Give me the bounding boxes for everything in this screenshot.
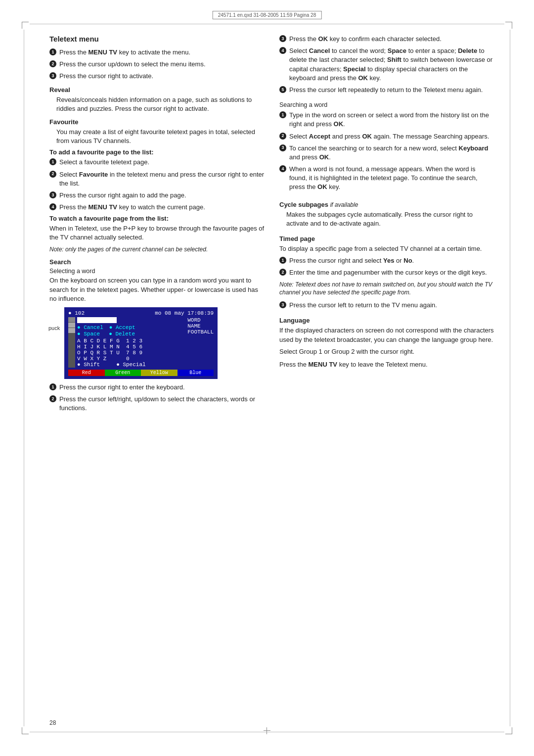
add-fav-text-1: Select a favourite teletext page.: [59, 158, 265, 167]
tele-cancel: ● Cancel: [77, 325, 103, 331]
tele-header-row: ● 102 mo 08 may 17:08:39: [68, 310, 214, 316]
tele-btn-blue: Blue: [178, 370, 214, 376]
add-fav-num-1: 1: [49, 158, 56, 165]
num-2: 2: [49, 60, 56, 67]
intro-text-1: Press the MENU TV key to activate the me…: [59, 48, 265, 57]
sw-text-2: Select Accept and press OK again. The me…: [289, 132, 494, 141]
tele-page-num: ● 102: [68, 310, 85, 316]
tele-keyboard: A B C D E F G 1 2 3 H I J K L M N 4 5 6 …: [77, 338, 184, 368]
search-cont-text-3: Press the OK key to confirm each charact…: [289, 35, 494, 44]
add-fav-text-2: Select Favourite in the teletext menu an…: [59, 170, 265, 188]
sw-text-3: To cancel the searching or to search for…: [289, 144, 494, 162]
watch-fav-heading: To watch a favourite page from the list:: [49, 215, 265, 222]
sw-3: 3 To cancel the searching or to search f…: [279, 144, 494, 162]
timed-page-title: Timed page: [279, 235, 494, 242]
sw-num-3: 3: [279, 144, 286, 151]
search-title: Search: [49, 258, 265, 266]
search-cont-num-4: 4: [279, 47, 286, 54]
tp-text-3: Press the cursor left to return to the T…: [289, 301, 494, 310]
tele-accept: ● Accept: [109, 325, 135, 331]
search-cont-num-5: 5: [279, 86, 286, 93]
intro-item-1: 1 Press the MENU TV key to activate the …: [49, 48, 265, 57]
add-fav-text-4: Press the MENU TV key to watch the curre…: [59, 203, 265, 212]
search-cont-4: 4 Select Cancel to cancel the word; Spac…: [279, 47, 494, 83]
tele-word-1: WORD: [187, 317, 214, 323]
cycle-suffix: if available: [330, 201, 358, 208]
watch-fav-body: When in Teletext, use the P+P key to bro…: [49, 224, 265, 242]
search-cont-3: 3 Press the OK key to confirm each chara…: [279, 35, 494, 44]
add-fav-4: 4 Press the MENU TV key to watch the cur…: [49, 203, 265, 212]
add-fav-text-3: Press the cursor right again to add the …: [59, 191, 265, 200]
search-body: On the keyboard on screen you can type i…: [49, 276, 265, 303]
search-after-text-1: Press the cursor right to enter the keyb…: [59, 383, 265, 392]
crop-mark-bottom-left: [22, 727, 29, 734]
right-rule: [510, 30, 510, 726]
crop-mark-top-left: [22, 22, 29, 29]
sw-num-4: 4: [279, 165, 286, 172]
teletext-screen: ● 102 mo 08 may 17:08:39: [64, 307, 218, 379]
add-fav-num-2: 2: [49, 171, 56, 178]
search-after-num-1: 1: [49, 383, 56, 390]
selecting-word-label: Selecting a word: [49, 268, 265, 275]
puck-label: puck: [48, 325, 60, 331]
teletext-screen-container: puck ● 102 mo 08 may 17:08:39: [64, 307, 265, 379]
reveal-title: Reveal: [49, 86, 265, 94]
tele-word-2: NAME: [187, 323, 214, 329]
tele-buttons-row: ● Cancel ● Accept: [77, 325, 184, 331]
tele-kbd-row-5: ● Shift ● Special: [77, 362, 184, 368]
search-cont-text-5: Press the cursor left repeatedly to retu…: [289, 86, 494, 94]
tp-3: 3 Press the cursor left to return to the…: [279, 301, 494, 310]
tp-text-1: Press the cursor right and select Yes or…: [289, 256, 494, 265]
language-body2: Select Group 1 or Group 2 with the curso…: [279, 347, 494, 356]
cycle-body: Makes the subpages cycle automatically. …: [279, 210, 494, 228]
tp-num-2: 2: [279, 269, 286, 276]
search-after-1: 1 Press the cursor right to enter the ke…: [49, 383, 265, 392]
add-fav-2: 2 Select Favourite in the teletext menu …: [49, 170, 265, 188]
tele-space-row: ● Space ● Delete: [77, 331, 184, 337]
add-fav-1: 1 Select a favourite teletext page.: [49, 158, 265, 167]
crop-mark-top-right: [505, 22, 512, 29]
search-cont-num-3: 3: [279, 35, 286, 42]
tp-1: 1 Press the cursor right and select Yes …: [279, 256, 494, 265]
tp-2: 2 Enter the time and pagenumber with the…: [279, 268, 494, 277]
top-rule: [30, 24, 504, 24]
num-3: 3: [49, 72, 56, 79]
sw-4: 4 When a word is not found, a message ap…: [279, 165, 494, 192]
intro-item-3: 3 Press the cursor right to activate.: [49, 72, 265, 81]
language-body3: Press the MENU TV key to leave the Telet…: [279, 360, 494, 369]
watch-fav-note: Note: only the pages of the current chan…: [49, 245, 265, 254]
tp-num-1: 1: [279, 257, 286, 264]
tele-btn-yellow: Yellow: [141, 370, 178, 376]
tp-text-2: Enter the time and pagenumber with the c…: [289, 268, 494, 277]
tele-word-3: FOOTBALL: [187, 329, 214, 335]
sw-num-1: 1: [279, 111, 286, 118]
add-fav-num-4: 4: [49, 203, 56, 210]
search-cont-5: 5 Press the cursor left repeatedly to re…: [279, 86, 494, 94]
tele-space: ● Space: [77, 331, 100, 337]
searching-word-heading: Searching a word: [279, 101, 494, 108]
sw-num-2: 2: [279, 133, 286, 140]
reveal-body: Reveals/conceals hidden information on a…: [56, 95, 265, 113]
tele-kbd-row-1: A B C D E F G 1 2 3: [77, 338, 184, 344]
sw-1: 1 Type in the word on screen or select a…: [279, 111, 494, 129]
language-title: Language: [279, 317, 494, 324]
intro-item-2: 2 Press the cursor up/down to select the…: [49, 60, 265, 69]
timed-page-section: Timed page To display a specific page fr…: [279, 235, 494, 310]
sw-text-1: Type in the word on screen or select a w…: [289, 111, 494, 129]
tele-delete: ● Delete: [109, 331, 135, 337]
tele-input-field: [77, 317, 117, 323]
tele-icon-strip: [68, 317, 75, 368]
language-section: Language If the displayed characters on …: [279, 317, 494, 369]
page-number: 28: [49, 719, 56, 726]
cycle-subpages-section: Cycle subpages if available Makes the su…: [279, 201, 494, 228]
tele-kbd-row-4: V W X Y Z 0: [77, 356, 184, 362]
tp-note: Note: Teletext does not have to remain s…: [279, 281, 494, 297]
search-after-text-2: Press the cursor left/right, up/down to …: [59, 395, 265, 413]
search-cont-text-4: Select Cancel to cancel the word; Space …: [289, 47, 494, 83]
language-body1: If the displayed characters on screen do…: [279, 326, 494, 344]
cross-bottom: [264, 727, 270, 734]
left-column: Teletext menu 1 Press the MENU TV key to…: [49, 35, 265, 416]
tele-kbd-row-2: H I J K L M N 4 5 6: [77, 344, 184, 350]
crop-mark-bottom-right: [505, 727, 512, 734]
add-fav-num-3: 3: [49, 191, 56, 198]
